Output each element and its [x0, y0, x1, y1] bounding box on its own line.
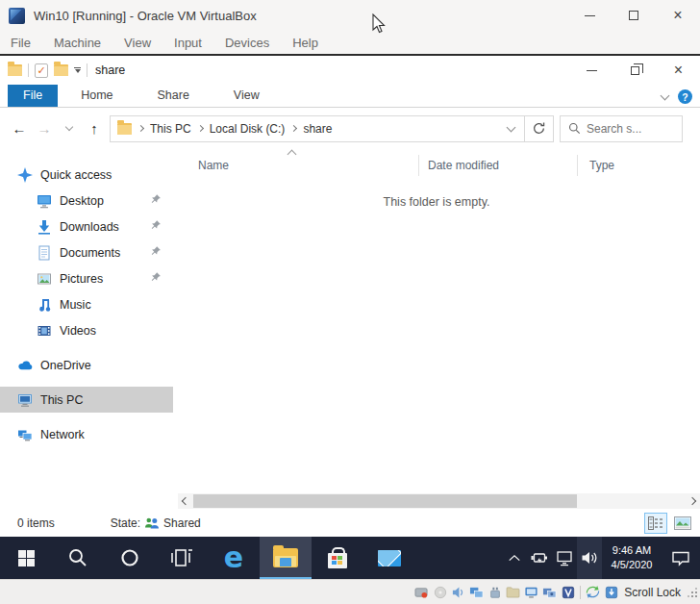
hard-disk-icon[interactable] [413, 585, 430, 600]
vbox-vm-icon [9, 8, 25, 24]
file-list-pane: Name Date modified Type This folder is e… [173, 149, 700, 510]
onedrive-cloud-icon [17, 358, 33, 373]
refresh-button[interactable] [525, 115, 554, 142]
display-icon[interactable] [523, 585, 539, 600]
sidebar-item-downloads[interactable]: Downloads [0, 214, 173, 239]
tab-file[interactable]: File [8, 85, 58, 107]
cortana-button[interactable] [104, 537, 156, 579]
features-icon[interactable] [560, 585, 576, 600]
tab-home[interactable]: Home [67, 85, 126, 107]
scrollbar-track[interactable] [193, 493, 685, 509]
sidebar-item-label: Downloads [60, 220, 119, 234]
sidebar-item-videos[interactable]: Videos [0, 317, 173, 343]
address-bar[interactable]: This PC Local Disk (C:) share [110, 115, 525, 142]
maximize-icon [629, 11, 638, 20]
vbox-menu-input[interactable]: Input [162, 31, 213, 54]
back-button[interactable]: ← [8, 117, 31, 140]
sidebar-item-pictures[interactable]: Pictures [0, 265, 173, 291]
breadcrumb-share[interactable]: share [303, 122, 332, 136]
store-button[interactable] [312, 537, 363, 579]
task-view-button[interactable] [156, 537, 208, 579]
system-tray: 9:46 AM 4/5/2020 [502, 537, 700, 579]
address-dropdown-icon[interactable] [507, 122, 516, 132]
sidebar-item-label: Quick access [40, 168, 112, 182]
sidebar-item-music[interactable]: Music [0, 291, 173, 317]
tray-overflow-button[interactable] [502, 537, 527, 579]
help-icon[interactable]: ? [678, 89, 692, 104]
tab-view[interactable]: View [220, 85, 273, 107]
edge-icon: e [224, 543, 243, 572]
empty-folder-message: This folder is empty. [173, 195, 700, 209]
customize-toolbar-button[interactable] [74, 67, 81, 73]
vbox-menu-machine[interactable]: Machine [42, 31, 112, 54]
column-divider[interactable] [577, 155, 578, 176]
scrollbar-thumb[interactable] [193, 494, 577, 508]
action-center-button[interactable] [662, 537, 700, 579]
vbox-menubar: File Machine View Input Devices Help [0, 31, 700, 54]
vbox-menu-help[interactable]: Help [281, 31, 330, 54]
sidebar-item-desktop[interactable]: Desktop [0, 188, 173, 214]
tab-share[interactable]: Share [144, 85, 203, 107]
column-header-type[interactable]: Type [589, 159, 614, 172]
new-folder-button[interactable] [54, 64, 68, 76]
tray-power-button[interactable] [527, 537, 552, 579]
vbox-close-button[interactable]: × [656, 0, 700, 31]
explorer-minimize-button[interactable] [570, 56, 613, 85]
restore-icon [631, 66, 639, 75]
properties-button[interactable]: ✓ [35, 63, 48, 78]
taskbar-clock[interactable]: 9:46 AM 4/5/2020 [602, 543, 662, 572]
column-divider[interactable] [418, 155, 419, 176]
keyboard-capture-icon[interactable] [603, 585, 619, 600]
up-button[interactable]: ↑ [83, 117, 106, 140]
vbox-menu-view[interactable]: View [112, 31, 162, 54]
breadcrumb-this-pc[interactable]: This PC [150, 122, 191, 136]
vbox-menu-devices[interactable]: Devices [213, 31, 281, 54]
large-icons-view-button[interactable] [671, 513, 694, 534]
file-explorer-button[interactable] [260, 537, 312, 579]
cortana-circle-icon [119, 547, 140, 568]
taskbar-search-button[interactable] [52, 537, 104, 579]
vbox-menu-file[interactable]: File [0, 31, 42, 54]
column-header-name[interactable]: Name [198, 159, 229, 172]
scroll-right-button[interactable] [685, 493, 700, 509]
audio-icon[interactable] [450, 585, 466, 600]
tray-volume-button[interactable] [577, 537, 602, 579]
vbox-minimize-button[interactable] [567, 0, 612, 31]
column-headers: Name Date modified Type [173, 153, 700, 178]
recent-locations-button[interactable] [58, 117, 81, 140]
mouse-integration-icon[interactable] [585, 585, 601, 600]
quick-access-star-icon [17, 167, 33, 183]
column-header-date-modified[interactable]: Date modified [428, 159, 499, 172]
tray-network-button[interactable] [552, 537, 577, 579]
forward-button[interactable]: → [33, 117, 56, 140]
search-input[interactable] [587, 122, 675, 136]
music-icon [37, 297, 52, 313]
pin-icon [150, 193, 162, 205]
mouse-cursor [371, 13, 387, 35]
close-icon: × [673, 8, 682, 23]
vbox-maximize-button[interactable] [612, 0, 656, 31]
resize-grip[interactable] [687, 587, 698, 598]
optical-disc-icon[interactable] [432, 585, 448, 600]
details-view-button[interactable] [644, 513, 667, 534]
explorer-restore-button[interactable] [613, 56, 657, 85]
recording-icon[interactable] [541, 585, 558, 600]
sidebar-item-quick-access[interactable]: Quick access [0, 162, 173, 188]
horizontal-scrollbar[interactable] [178, 493, 700, 509]
sidebar-item-onedrive[interactable]: OneDrive [0, 352, 173, 378]
mail-button[interactable] [363, 537, 415, 579]
network-adapters-icon[interactable] [468, 585, 485, 600]
sidebar-item-this-pc[interactable]: This PC [0, 387, 173, 413]
chevron-down-icon [65, 123, 73, 131]
explorer-close-button[interactable]: × [657, 56, 700, 85]
shared-folders-icon[interactable] [505, 585, 521, 600]
start-button[interactable] [0, 537, 52, 579]
usb-icon[interactable] [487, 585, 503, 600]
breadcrumb-local-disk-c[interactable]: Local Disk (C:) [210, 122, 286, 136]
edge-button[interactable]: e [208, 537, 260, 579]
scroll-left-button[interactable] [178, 493, 193, 509]
sidebar-item-network[interactable]: Network [0, 421, 173, 447]
sidebar-item-documents[interactable]: Documents [0, 239, 173, 265]
expand-ribbon-icon[interactable] [661, 90, 670, 100]
sidebar-group-gap [0, 413, 173, 421]
